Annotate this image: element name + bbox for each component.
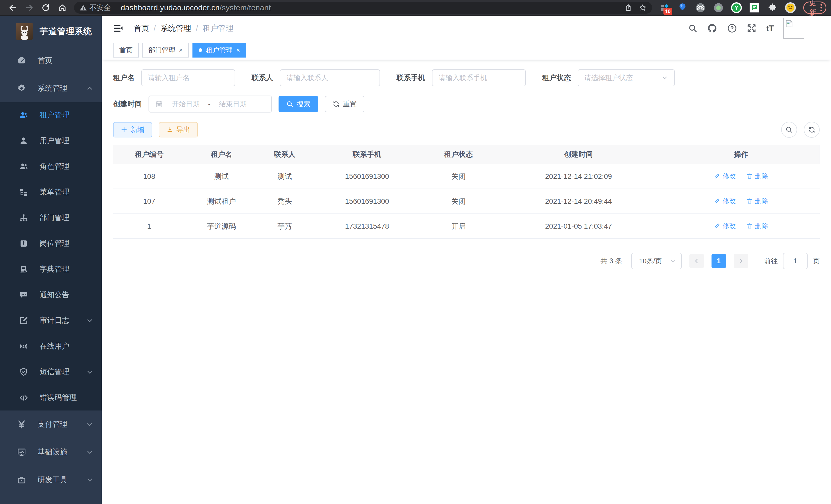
extension-grid-icon[interactable]: 10 — [659, 2, 670, 13]
delete-link[interactable]: 删除 — [746, 197, 768, 206]
sidebar-item-role[interactable]: 角色管理 — [0, 154, 102, 179]
extensions-puzzle-icon[interactable] — [767, 2, 778, 13]
edit-link[interactable]: 修改 — [714, 221, 736, 230]
sidebar-item-online-user[interactable]: 在线用户 — [0, 333, 102, 359]
show-search-circle-button[interactable] — [781, 122, 797, 138]
delete-link[interactable]: 删除 — [746, 221, 768, 230]
app-logo-row: 芋道管理系统 — [0, 16, 102, 47]
dept-tree-icon — [19, 213, 29, 223]
extension-chat-icon[interactable] — [749, 2, 760, 13]
mobile-input[interactable] — [432, 69, 526, 86]
sidebar-item-pay[interactable]: 支付管理 — [0, 411, 102, 438]
table-toolbar: 新增 导出 — [113, 122, 820, 138]
profile-avatar-icon[interactable] — [785, 2, 796, 13]
contact-input[interactable] — [280, 69, 380, 86]
user-icon — [19, 136, 29, 145]
tab-home[interactable]: 首页 — [113, 42, 139, 58]
system-submenu: 租户管理 用户管理 角色管理 菜单管理 部门管理 — [0, 102, 102, 411]
fullscreen-icon[interactable] — [747, 23, 756, 33]
page-size-select[interactable]: 10条/页 — [631, 253, 682, 269]
search-icon — [286, 100, 293, 108]
col-contact: 联系人 — [258, 145, 312, 164]
sidebar-item-error-code[interactable]: 错误码管理 — [0, 385, 102, 411]
search-icon[interactable] — [688, 24, 697, 33]
status-label: 租户状态 — [542, 73, 571, 83]
sidebar-item-infra[interactable]: 基础设施 — [0, 438, 102, 466]
extension-record-icon[interactable] — [713, 2, 724, 13]
end-date-input[interactable] — [213, 100, 252, 108]
url-path: /system/tenant — [220, 3, 271, 12]
help-icon[interactable] — [727, 23, 737, 33]
plus-icon — [121, 126, 127, 133]
browser-home-button[interactable] — [56, 1, 69, 14]
sidebar-item-devtools[interactable]: 研发工具 — [0, 466, 102, 494]
address-bar[interactable]: 不安全 dashboard.yudao.iocoder.cn/system/te… — [74, 2, 652, 13]
edit-link[interactable]: 修改 — [714, 172, 736, 181]
goto-label: 前往 — [764, 256, 778, 266]
chevron-left-icon — [693, 258, 700, 264]
status-select[interactable]: 请选择租户状态 — [578, 69, 675, 86]
main-area: 首页 / 系统管理 / 租户管理 tT — [102, 16, 831, 504]
extension-balloon-icon[interactable] — [677, 2, 688, 13]
goto-page-input[interactable] — [783, 253, 808, 269]
create-time-range-picker[interactable]: - — [148, 95, 272, 113]
notice-message-icon — [19, 290, 29, 299]
extension-badge: 10 — [663, 8, 672, 15]
sidebar-item-dict[interactable]: 字典管理 — [0, 256, 102, 282]
browser-menu-icon[interactable] — [821, 4, 822, 11]
sidebar-item-menu[interactable]: 菜单管理 — [0, 179, 102, 205]
tab-dept[interactable]: 部门管理 × — [142, 42, 189, 58]
collapse-sidebar-icon[interactable] — [113, 23, 123, 33]
breadcrumb-system[interactable]: 系统管理 — [160, 23, 191, 34]
browser-forward-button[interactable] — [23, 1, 36, 14]
chevron-down-icon — [670, 258, 676, 264]
extension-y-icon[interactable]: Y — [731, 2, 742, 13]
font-size-icon[interactable]: tT — [766, 23, 773, 33]
sidebar-item-post[interactable]: 岗位管理 — [0, 231, 102, 256]
sidebar: 芋道管理系统 首页 系统管理 租户管理 用户管理 — [0, 16, 102, 504]
online-user-icon — [19, 342, 29, 351]
extension-command-icon[interactable] — [695, 2, 706, 13]
tenant-name-input[interactable] — [141, 69, 235, 86]
edit-link[interactable]: 修改 — [714, 197, 736, 206]
export-button[interactable]: 导出 — [159, 122, 198, 138]
page-unit-label: 页 — [813, 256, 820, 266]
tab-tenant[interactable]: 租户管理 × — [193, 42, 246, 58]
bookmark-star-icon[interactable] — [639, 4, 647, 11]
sidebar-item-home[interactable]: 首页 — [0, 47, 102, 75]
browser-toolbar: 不安全 dashboard.yudao.iocoder.cn/system/te… — [0, 0, 831, 16]
sidebar-item-sms[interactable]: 短信管理 — [0, 359, 102, 385]
prev-page-button[interactable] — [689, 254, 704, 268]
reset-button[interactable]: 重置 — [325, 96, 364, 112]
sidebar-item-dept[interactable]: 部门管理 — [0, 205, 102, 231]
start-date-input[interactable] — [167, 100, 205, 108]
browser-update-button[interactable]: 更新 — [803, 2, 826, 14]
tenant-users-icon — [19, 111, 29, 120]
share-icon[interactable] — [624, 4, 632, 11]
sidebar-item-audit-log[interactable]: 审计日志 — [0, 308, 102, 333]
sidebar-item-tenant[interactable]: 租户管理 — [0, 102, 102, 128]
sidebar-item-notice[interactable]: 通知公告 — [0, 282, 102, 308]
avatar[interactable] — [783, 18, 804, 39]
close-icon[interactable]: × — [179, 46, 183, 54]
app-logo — [16, 23, 33, 40]
breadcrumb-home[interactable]: 首页 — [134, 23, 149, 34]
col-created: 创建时间 — [495, 145, 662, 164]
sidebar-item-user[interactable]: 用户管理 — [0, 128, 102, 154]
col-mobile: 联系手机 — [312, 145, 422, 164]
refresh-circle-button[interactable] — [804, 122, 820, 138]
chevron-up-icon — [86, 85, 93, 92]
page-number-1[interactable]: 1 — [712, 254, 726, 268]
delete-link[interactable]: 删除 — [746, 172, 768, 181]
browser-back-button[interactable] — [6, 1, 20, 14]
sidebar-item-system[interactable]: 系统管理 — [0, 75, 102, 102]
calendar-icon — [155, 100, 163, 108]
chevron-down-icon — [86, 476, 93, 483]
search-button[interactable]: 搜索 — [279, 96, 318, 112]
add-button[interactable]: 新增 — [113, 122, 152, 138]
github-icon[interactable] — [707, 23, 717, 33]
browser-reload-button[interactable] — [39, 1, 52, 14]
next-page-button[interactable] — [734, 254, 748, 268]
table-row: 1 芋道源码 芋艿 17321315478 开启 2021-01-05 17:0… — [113, 214, 820, 239]
close-icon[interactable]: × — [236, 46, 240, 54]
